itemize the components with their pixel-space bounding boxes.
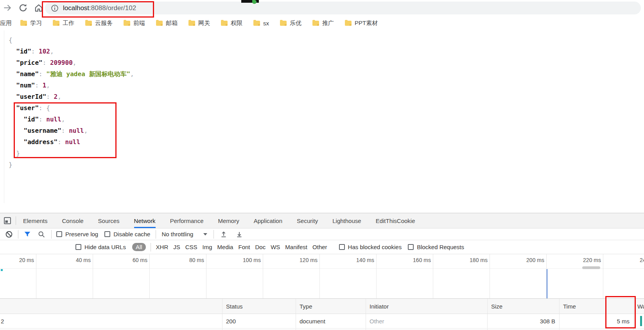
json-token xyxy=(9,104,16,112)
timeline-gridline xyxy=(546,254,547,298)
search-icon[interactable] xyxy=(37,230,46,239)
divider xyxy=(51,230,52,239)
json-line: "user": { xyxy=(9,102,134,114)
reload-icon[interactable] xyxy=(18,3,28,13)
cell-waterfall xyxy=(633,314,644,328)
devtools-tab[interactable]: Sources xyxy=(98,213,120,228)
timeline-tick-label: 140 ms xyxy=(337,257,374,263)
dock-side-icon[interactable] xyxy=(3,216,12,225)
bookmark-folder[interactable]: sx xyxy=(253,20,269,27)
filter-type-pill[interactable]: Font xyxy=(238,244,250,250)
json-token: { xyxy=(9,36,13,44)
bookmark-label: sx xyxy=(263,20,269,27)
devtools-panel: Elements Console Sources Network Perform… xyxy=(0,213,644,330)
devtools-tab[interactable]: Security xyxy=(297,213,318,228)
filter-type-pill[interactable]: JS xyxy=(173,244,180,250)
export-har-icon[interactable] xyxy=(235,230,244,239)
filter-type-pill[interactable]: CSS xyxy=(185,244,197,250)
bookmark-folder[interactable]: 云服务 xyxy=(85,20,113,27)
cell-name: 2 xyxy=(0,314,222,328)
bookmark-item[interactable]: 应用 xyxy=(0,20,12,27)
devtools-tab[interactable]: Application xyxy=(254,213,282,228)
bookmark-folder[interactable]: 前端 xyxy=(124,20,145,27)
network-overview-timeline[interactable]: 20 ms40 ms60 ms80 ms100 ms120 ms140 ms16… xyxy=(0,254,644,298)
network-toolbar: Preserve log Disable cache No throttling xyxy=(0,228,644,240)
waterfall-bar xyxy=(640,316,642,326)
devtools-tab[interactable]: EditThisCookie xyxy=(376,213,415,228)
disable-cache-label: Disable cache xyxy=(113,231,150,237)
col-waterfall[interactable]: Waterfall xyxy=(633,299,644,314)
bookmark-folder[interactable]: 工作 xyxy=(53,20,74,27)
json-token: "id" xyxy=(16,48,31,55)
devtools-tab[interactable]: Console xyxy=(62,213,84,228)
blocked-requests-checkbox[interactable] xyxy=(408,244,414,250)
timeline-gridline xyxy=(36,254,36,298)
filter-all-pill[interactable]: All xyxy=(132,243,146,251)
json-token xyxy=(9,127,24,134)
throttling-select[interactable]: No throttling xyxy=(161,231,193,237)
disable-cache-checkbox[interactable] xyxy=(104,231,110,237)
bookmark-label: 乐优 xyxy=(290,20,301,27)
devtools-tab[interactable]: Memory xyxy=(218,213,239,228)
devtools-tab[interactable]: Network xyxy=(134,213,156,228)
timeline-gridline xyxy=(603,254,603,298)
preserve-log-label: Preserve log xyxy=(65,231,98,237)
timeline-tick-label: 20 ms xyxy=(0,257,34,263)
col-initiator[interactable]: Initiator xyxy=(366,299,487,314)
filter-type-pill[interactable]: WS xyxy=(271,244,280,250)
timeline-divider xyxy=(0,268,644,269)
folder-icon xyxy=(53,21,59,26)
chevron-down-icon[interactable] xyxy=(203,233,207,235)
forward-icon[interactable] xyxy=(2,3,13,13)
json-line: "num": 1, xyxy=(9,80,134,91)
preserve-log-checkbox[interactable] xyxy=(56,231,62,237)
col-type[interactable]: Type xyxy=(296,299,366,314)
col-status[interactable]: Status xyxy=(222,299,296,314)
filter-icon[interactable] xyxy=(23,230,32,239)
json-response-view: { "id": 102, "price": 209900, "name": "雅… xyxy=(9,34,134,170)
col-size[interactable]: Size xyxy=(487,299,559,314)
overview-scroll-handle[interactable] xyxy=(582,266,600,269)
page-info-icon[interactable] xyxy=(50,4,59,12)
bookmark-folder[interactable]: 学习 xyxy=(20,20,42,27)
has-blocked-cookies-checkbox[interactable] xyxy=(339,244,345,250)
devtools-tab[interactable]: Lighthouse xyxy=(332,213,361,228)
clear-icon[interactable] xyxy=(5,230,13,239)
filter-type-pill[interactable]: Other xyxy=(312,244,327,250)
devtools-tab[interactable]: Performance xyxy=(170,213,204,228)
cell-time: 5 ms xyxy=(559,314,633,328)
filter-type-pill[interactable]: Doc xyxy=(255,244,265,250)
filter-type-pill[interactable]: Img xyxy=(203,244,212,250)
address-bar[interactable]: localhost:8088/order/102 xyxy=(45,2,641,14)
json-line: } xyxy=(9,159,134,170)
bookmark-folder[interactable]: 网关 xyxy=(188,20,210,27)
cell-waterfall xyxy=(633,328,644,330)
json-token: : xyxy=(46,93,54,100)
url-text[interactable]: localhost:8088/order/102 xyxy=(63,4,136,12)
network-request-table: Status Type Initiator Size Time Waterfal… xyxy=(0,298,644,330)
bookmark-label: 推广 xyxy=(322,20,334,27)
bookmark-folder[interactable]: 推广 xyxy=(312,20,334,27)
col-name[interactable] xyxy=(0,299,222,314)
filter-type-pill[interactable]: XHR xyxy=(156,244,169,250)
bookmarks-bar: 应用 学习 工作 云服务 xyxy=(0,16,644,30)
timeline-gridline xyxy=(263,254,263,298)
table-row[interactable]: 2 200 document Other 308 B 5 ms xyxy=(0,314,644,328)
json-token: : { xyxy=(39,104,50,112)
bookmark-folder[interactable]: 权限 xyxy=(221,20,242,27)
bookmark-folder[interactable]: 乐优 xyxy=(280,20,301,27)
hide-data-urls-checkbox[interactable] xyxy=(75,244,81,250)
devtools-tab[interactable]: Elements xyxy=(23,213,48,228)
table-header-row: Status Type Initiator Size Time Waterfal… xyxy=(0,299,644,314)
table-row[interactable]: 200 xhr jquery.js:7 9.4 kB 6 ms xyxy=(0,328,644,330)
filter-type-pill[interactable]: Manifest xyxy=(285,244,307,250)
folder-icon xyxy=(221,21,228,26)
col-time[interactable]: Time xyxy=(559,299,633,314)
import-har-icon[interactable] xyxy=(219,230,228,239)
bookmark-label: 云服务 xyxy=(95,20,113,27)
home-icon[interactable] xyxy=(34,3,44,13)
bookmark-folder[interactable]: PPT素材 xyxy=(345,20,378,27)
filter-type-pill[interactable]: Media xyxy=(217,244,233,250)
cell-type: xhr xyxy=(296,328,366,330)
bookmark-folder[interactable]: 邮箱 xyxy=(156,20,178,27)
